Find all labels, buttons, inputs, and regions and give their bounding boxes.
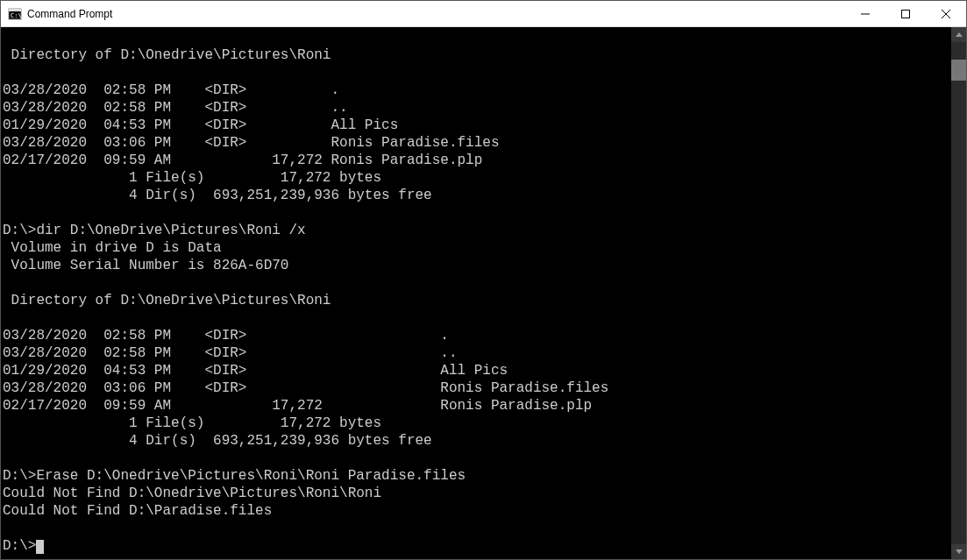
svg-rect-1 [9,9,21,11]
svg-text:C:\: C:\ [11,12,22,19]
window-controls [845,1,966,26]
scroll-down-arrow[interactable] [951,544,966,559]
scroll-up-arrow[interactable] [951,27,966,42]
svg-marker-7 [956,32,963,37]
console-area: Directory of D:\Onedrive\Pictures\Roni 0… [1,27,966,559]
close-button[interactable] [926,1,966,26]
svg-marker-8 [956,549,963,554]
maximize-button[interactable] [885,1,926,26]
scroll-track[interactable] [951,42,966,544]
console-output[interactable]: Directory of D:\Onedrive\Pictures\Roni 0… [1,27,951,559]
cmd-icon: C:\ [8,7,22,21]
cursor [36,540,44,554]
vertical-scrollbar[interactable] [951,27,966,559]
scroll-thumb[interactable] [951,60,966,81]
svg-rect-4 [902,10,910,18]
command-prompt-window: C:\ Command Prompt Directory of D:\Onedr… [0,0,967,560]
title-bar[interactable]: C:\ Command Prompt [1,1,966,27]
window-title: Command Prompt [27,8,845,20]
minimize-button[interactable] [845,1,885,26]
